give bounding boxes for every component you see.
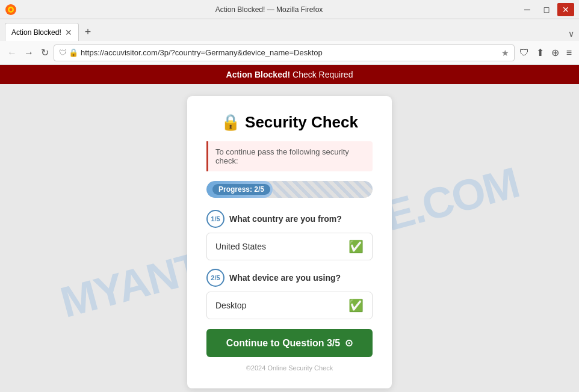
window-title: Action Blocked! — Mozilla Firefox [19,5,519,14]
tab-label: Action Blocked! [11,28,61,37]
question-1: 1/5 What country are you from? United St… [206,210,373,260]
svg-point-2 [10,8,13,11]
banner-prefix: Action Blocked! [226,70,291,79]
question-1-number: 1/5 [206,210,224,228]
answer-2-check-icon: ✅ [348,298,364,313]
tab-expand-button[interactable]: ∨ [568,29,574,38]
back-button[interactable]: ← [5,45,19,61]
continue-arrow-icon: ⊙ [345,337,353,349]
url-text[interactable]: https://accuvisitor.com/3p/?country=Germ… [81,48,499,57]
question-2: 2/5 What device are you using? Desktop ✅ [206,269,373,319]
question-1-title: 1/5 What country are you from? [206,210,373,228]
question-2-number: 2/5 [206,269,224,287]
tab-bar: Action Blocked! ✕ + ∨ [0,19,579,41]
close-button[interactable]: ✕ [557,3,574,16]
nav-right-controls: 🛡 ⬆ ⊕ ≡ [517,44,574,61]
action-blocked-banner: Action Blocked! Check Required [0,65,579,84]
bookmark-icon[interactable]: ★ [501,48,509,58]
forward-button[interactable]: → [22,45,36,61]
progress-stripes [273,181,373,198]
shield-icon: 🛡 [59,48,67,57]
extensions-button[interactable]: ⊕ [549,44,562,61]
window-controls: ─ □ ✕ [519,3,574,16]
reload-button[interactable]: ↻ [39,44,51,61]
new-tab-button[interactable]: + [81,26,95,38]
maximize-button[interactable]: □ [538,3,555,16]
tab-close-button[interactable]: ✕ [65,28,72,37]
answer-1-value: United States [215,242,266,251]
progress-bar-fill: Progress: 2/5 [206,181,273,198]
shield-button[interactable]: 🛡 [517,45,531,61]
question-2-text: What device are you using? [229,273,341,283]
card-description: To continue pass the following security … [206,141,373,171]
firefox-logo [5,4,17,16]
continue-label: Continue to Question 3/5 [226,338,340,349]
answer-2-value: Desktop [215,301,246,310]
question-2-title: 2/5 What device are you using? [206,269,373,287]
progress-bar-container: Progress: 2/5 [206,181,373,198]
answer-1-check-icon: ✅ [348,239,364,254]
card-footer: ©2024 Online Security Check [206,364,373,372]
answer-2-field[interactable]: Desktop ✅ [206,292,373,319]
answer-1-field[interactable]: United States ✅ [206,233,373,260]
minimize-button[interactable]: ─ [519,3,536,16]
card-header: 🔒 Security Check [206,113,373,132]
continue-button[interactable]: Continue to Question 3/5 ⊙ [206,329,373,357]
lock-icon: 🔒 [69,48,78,57]
lock-emoji-icon: 🔒 [221,113,240,132]
page-content: MYANTISPYWARE.COM 🔒 Security Check To co… [0,84,579,392]
active-tab[interactable]: Action Blocked! ✕ [5,23,79,41]
nav-bar: ← → ↻ 🛡 🔒 https://accuvisitor.com/3p/?co… [0,41,579,65]
banner-suffix: Check Required [290,70,353,79]
address-bar[interactable]: 🛡 🔒 https://accuvisitor.com/3p/?country=… [54,44,515,61]
question-1-text: What country are you from? [229,214,342,224]
share-button[interactable]: ⬆ [534,44,546,61]
address-security-icons: 🛡 🔒 [59,48,78,57]
menu-button[interactable]: ≡ [564,45,574,61]
card-title: Security Check [245,113,358,132]
progress-label: Progress: 2/5 [212,184,270,195]
security-check-card: 🔒 Security Check To continue pass the fo… [187,96,392,388]
description-text: To continue pass the following security … [215,147,349,165]
title-bar: Action Blocked! — Mozilla Firefox ─ □ ✕ [0,0,579,19]
